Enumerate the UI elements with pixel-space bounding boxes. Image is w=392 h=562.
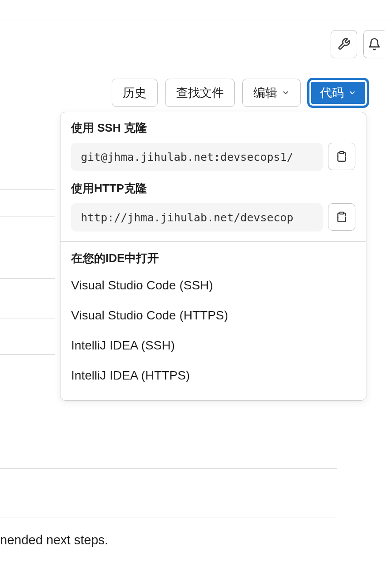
clone-ssh-input[interactable] <box>71 143 323 171</box>
open-in-ide-section: 在您的IDE中打开 Visual Studio Code (SSH) Visua… <box>60 242 366 400</box>
notifications-button[interactable] <box>363 30 384 58</box>
clone-ssh-row <box>71 143 355 171</box>
copy-ssh-button[interactable] <box>328 143 355 170</box>
bell-icon <box>368 38 381 51</box>
clone-http-label: 使用HTTP克隆 <box>71 181 355 196</box>
code-dropdown: 使用 SSH 克隆 使用HTTP克隆 <box>60 112 366 401</box>
find-file-label: 查找文件 <box>176 85 224 101</box>
clone-http-section: 使用HTTP克隆 <box>60 181 366 241</box>
code-button[interactable]: 代码 <box>308 79 368 107</box>
svg-rect-0 <box>340 152 344 153</box>
edit-button[interactable]: 编辑 <box>242 79 301 107</box>
top-action-row <box>0 20 392 58</box>
copy-http-button[interactable] <box>328 203 355 231</box>
find-file-button[interactable]: 查找文件 <box>165 79 235 107</box>
clone-ssh-label: 使用 SSH 克隆 <box>71 120 355 136</box>
top-border <box>0 0 392 20</box>
wrench-icon <box>337 38 351 51</box>
history-label: 历史 <box>123 85 147 101</box>
clone-http-row <box>71 203 355 232</box>
footer-fragment-text: nended next steps. <box>0 533 108 547</box>
ide-item-vscode-ssh[interactable]: Visual Studio Code (SSH) <box>71 270 355 300</box>
chevron-down-icon <box>282 89 290 97</box>
code-label: 代码 <box>320 85 344 101</box>
svg-rect-1 <box>340 212 344 214</box>
background-table-lines <box>0 124 55 355</box>
background-line <box>0 404 366 404</box>
background-line <box>0 468 337 469</box>
ide-item-intellij-https[interactable]: IntelliJ IDEA (HTTPS) <box>71 361 355 391</box>
ide-item-vscode-https[interactable]: Visual Studio Code (HTTPS) <box>71 300 355 330</box>
file-action-row: 历史 查找文件 编辑 代码 <box>0 58 392 107</box>
clipboard-icon <box>336 151 347 162</box>
chevron-down-icon <box>348 89 356 97</box>
edit-label: 编辑 <box>253 85 277 101</box>
ide-item-intellij-ssh[interactable]: IntelliJ IDEA (SSH) <box>71 330 355 361</box>
background-line <box>0 517 337 517</box>
history-button[interactable]: 历史 <box>112 79 158 107</box>
clipboard-icon <box>336 211 347 223</box>
settings-button[interactable] <box>331 30 357 58</box>
clone-ssh-section: 使用 SSH 克隆 <box>60 112 366 181</box>
open-in-ide-label: 在您的IDE中打开 <box>71 251 355 266</box>
clone-http-input[interactable] <box>71 203 323 232</box>
